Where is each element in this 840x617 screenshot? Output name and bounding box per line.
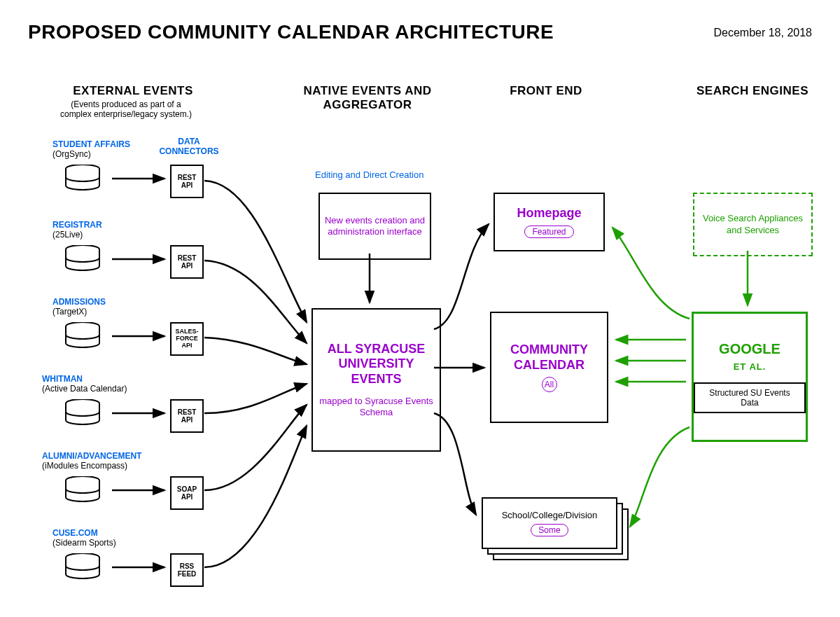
google-structured-data: Structured SU Events Data: [694, 382, 806, 413]
database-icon: [63, 165, 102, 193]
connector-box-1: REST API: [170, 245, 204, 279]
voice-search-text: Voice Search Appliances and Services: [699, 213, 807, 236]
source-label-4: ALUMNI/ADVANCEMENT(iModules Encompass): [42, 452, 141, 471]
aggregator-title: ALL SYRACUSE UNIVERSITY EVENTS: [318, 342, 434, 387]
divisions-badge: Some: [531, 524, 568, 536]
google-subtitle: ET AL.: [734, 361, 766, 373]
community-badge: All: [542, 377, 557, 392]
google-title: GOOGLE: [719, 340, 780, 357]
connector-box-4: SOAP API: [170, 476, 204, 510]
page-title: PROPOSED COMMUNITY CALENDAR ARCHITECTURE: [28, 21, 554, 43]
database-icon: [63, 322, 102, 350]
col-header-search: SEARCH ENGINES: [690, 84, 816, 98]
editing-annotation: Editing and Direct Creation: [315, 169, 424, 180]
admin-interface-text: New events creation and administration i…: [324, 215, 426, 238]
data-connectors-label: DATA CONNECTORS: [158, 137, 220, 156]
aggregator-subtitle: mapped to Syracuse Events Schema: [318, 396, 434, 419]
voice-search-box: Voice Search Appliances and Services: [693, 193, 813, 256]
col-header-frontend: FRONT END: [490, 84, 602, 98]
col-header-native: NATIVE EVENTS AND AGGREGATOR: [294, 84, 441, 112]
homepage-badge: Featured: [524, 226, 573, 238]
community-calendar-box: COMMUNITY CALENDAR All: [490, 312, 608, 423]
connector-box-3: REST API: [170, 399, 204, 433]
community-title: COMMUNITY CALENDAR: [491, 342, 607, 373]
col-header-external: EXTERNAL EVENTS: [63, 84, 203, 98]
aggregator-box: ALL SYRACUSE UNIVERSITY EVENTS mapped to…: [312, 308, 441, 452]
col-sub-external: (Events produced as part of a complex en…: [56, 99, 196, 119]
database-icon: [63, 553, 102, 581]
diagram-canvas: PROPOSED COMMUNITY CALENDAR ARCHITECTURE…: [0, 0, 840, 617]
source-label-0: STUDENT AFFAIRS(OrgSync): [52, 140, 130, 160]
page-date: December 18, 2018: [713, 27, 812, 39]
connector-box-5: RSS FEED: [170, 553, 204, 587]
divisions-title: School/College/Division: [502, 510, 598, 521]
database-icon: [63, 245, 102, 273]
database-icon: [63, 476, 102, 504]
homepage-title: Homepage: [517, 206, 581, 221]
source-label-1: REGISTRAR(25Live): [52, 221, 102, 240]
source-label-2: ADMISSIONS(TargetX): [52, 298, 106, 317]
source-label-3: WHITMAN(Active Data Calendar): [42, 375, 127, 394]
connector-box-0: REST API: [170, 165, 204, 198]
database-icon: [63, 399, 102, 427]
google-box: GOOGLE ET AL. Structured SU Events Data: [692, 312, 808, 442]
source-label-5: CUSE.COM(Sidearm Sports): [52, 529, 116, 548]
homepage-box: Homepage Featured: [493, 193, 605, 251]
connector-box-2: SALES-FORCE API: [170, 322, 204, 356]
admin-interface-box: New events creation and administration i…: [318, 193, 431, 260]
